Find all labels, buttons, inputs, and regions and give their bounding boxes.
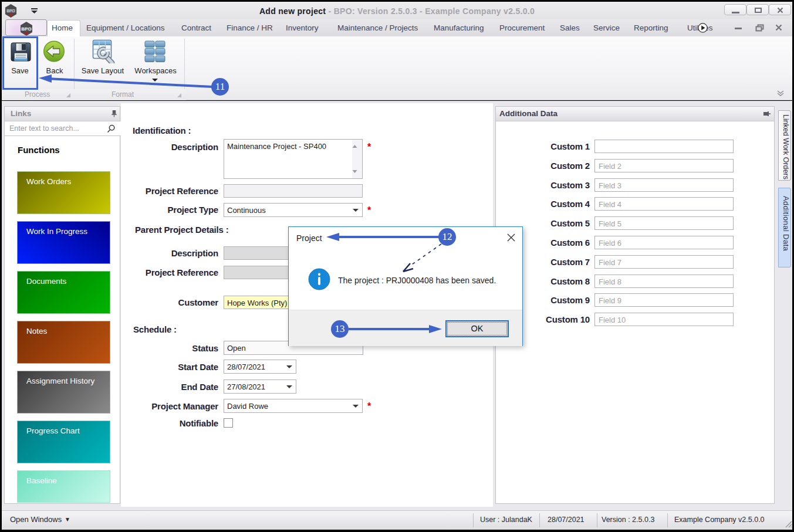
svg-text:BPO: BPO — [21, 26, 31, 32]
